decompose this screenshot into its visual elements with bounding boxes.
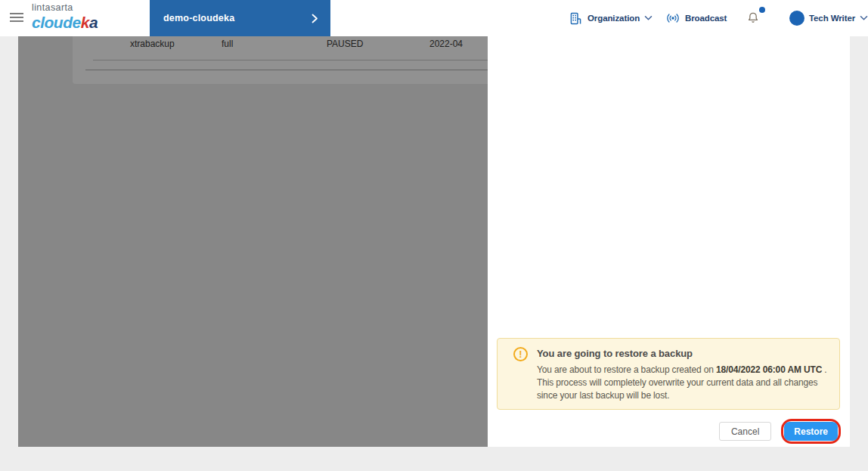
cancel-button[interactable]: Cancel — [719, 422, 771, 441]
project-name: demo-cloudeka — [163, 13, 312, 23]
restore-drawer: You are going to restore a backup You ar… — [488, 36, 850, 447]
brand-lintasarta: lintasarta — [32, 3, 98, 14]
alert-title: You are going to restore a backup — [537, 348, 832, 359]
avatar — [789, 11, 804, 26]
chevron-right-icon — [312, 14, 318, 23]
restore-button-highlight: Restore — [781, 419, 841, 444]
warning-icon — [513, 347, 528, 361]
hamburger-icon — [10, 13, 23, 14]
drawer-footer: Cancel Restore — [719, 419, 841, 444]
hamburger-icon — [10, 17, 23, 18]
notifications-button[interactable] — [746, 0, 766, 36]
top-navbar: lintasarta cloudeka demo-cloudeka Organi… — [0, 0, 868, 36]
restore-button[interactable]: Restore — [784, 422, 838, 441]
menu-button[interactable] — [10, 13, 25, 23]
restore-warning-alert: You are going to restore a backup You ar… — [497, 338, 840, 410]
alert-backup-date: 18/04/2022 06:00 AM UTC — [716, 364, 822, 375]
hamburger-icon — [10, 20, 23, 22]
broadcast-label: Broadcast — [685, 14, 727, 23]
bell-wrap — [746, 0, 766, 36]
bell-icon — [746, 11, 761, 26]
organization-menu[interactable]: Organization — [569, 0, 653, 36]
broadcast-menu[interactable]: Broadcast — [665, 0, 727, 36]
alert-body-prefix: You are about to restore a backup create… — [537, 364, 716, 375]
brand-cloudeka: cloudeka — [32, 14, 98, 31]
user-name: Tech Writer — [809, 14, 855, 23]
notification-dot — [759, 7, 765, 13]
project-switcher[interactable]: demo-cloudeka — [150, 0, 330, 36]
chevron-down-icon — [860, 15, 868, 21]
alert-body: You are about to restore a backup create… — [537, 364, 832, 402]
user-menu[interactable]: Tech Writer — [789, 0, 868, 36]
chevron-down-icon — [644, 15, 653, 21]
organization-label: Organization — [587, 14, 640, 23]
brand-logo[interactable]: lintasarta cloudeka — [32, 3, 98, 31]
broadcast-icon — [665, 11, 680, 26]
building-icon — [569, 11, 583, 26]
